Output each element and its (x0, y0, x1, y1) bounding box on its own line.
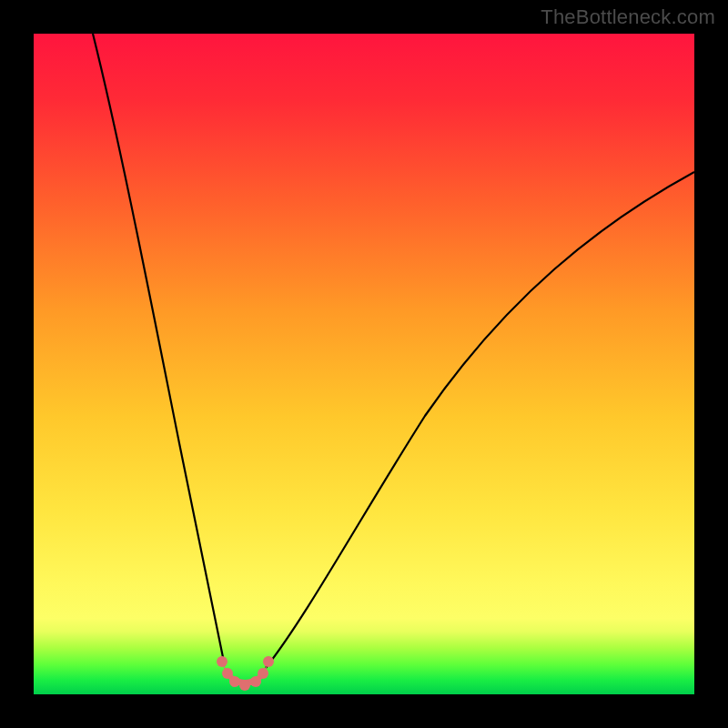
svg-point-1 (217, 656, 228, 667)
chart-curves (34, 34, 694, 694)
svg-point-4 (239, 680, 250, 691)
svg-point-7 (263, 656, 274, 667)
plot-area (34, 34, 694, 694)
svg-point-6 (258, 668, 268, 679)
trough-markers (217, 656, 274, 691)
svg-point-3 (229, 676, 240, 687)
watermark-text: TheBottleneck.com (541, 5, 715, 29)
curve-left-branch (93, 34, 225, 666)
svg-point-5 (250, 676, 261, 687)
curve-right-branch (266, 172, 694, 668)
svg-point-2 (222, 668, 233, 679)
chart-stage: TheBottleneck.com (0, 0, 728, 728)
